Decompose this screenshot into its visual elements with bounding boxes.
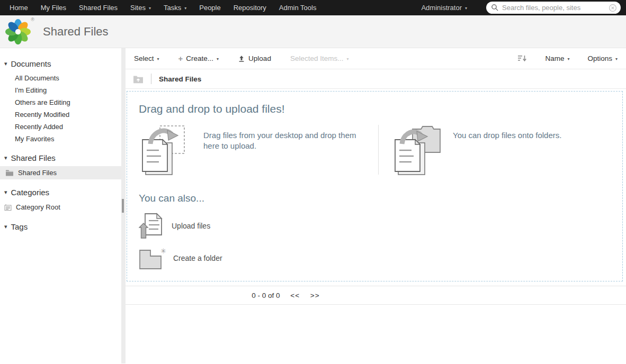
nav-item-home[interactable]: Home [3,0,34,15]
document-toolbar: Select ▾ + Create... ▾ Upload Selected I… [126,48,626,69]
select-button[interactable]: Select ▾ [134,54,159,62]
nav-label: Tasks [164,4,181,12]
breadcrumb-divider [151,74,151,84]
button-label: Options [587,54,612,62]
nav-item-shared-files[interactable]: Shared Files [73,0,124,15]
sidebar-item-shared-files-root[interactable]: Shared Files [0,166,121,179]
sidebar-section-tags: ▾ Tags [0,222,121,235]
triangle-down-icon: ▾ [4,223,7,230]
drag-drop-target-illustration [139,123,187,177]
category-icon [4,204,12,211]
sort-direction-button[interactable] [518,55,527,62]
sidebar-header-categories[interactable]: ▾ Categories [0,188,121,201]
selected-items-button[interactable]: Selected Items... ▾ [290,54,349,62]
nav-item-admin-tools[interactable]: Admin Tools [273,0,323,15]
nav-label: Sites [130,4,146,12]
nav-label: Shared Files [79,4,118,12]
sidebar-header-tags[interactable]: ▾ Tags [0,222,121,235]
sort-icon [518,55,527,62]
triangle-down-icon: ▾ [4,154,7,161]
nav-label: People [199,4,220,12]
you-can-also-title: You can also... [139,193,617,204]
resizer-grip-icon [122,199,124,213]
upload-file-icon [139,212,164,240]
alfresco-logo[interactable]: ® [5,18,34,46]
caret-down-icon: ▾ [184,6,186,11]
section-title: Documents [11,59,51,68]
nav-right-group: Administrator ▾ [414,2,621,14]
folder-icon [5,169,14,176]
button-label: Selected Items... [290,54,344,62]
main-panel: Select ▾ + Create... ▾ Upload Selected I… [126,48,626,363]
upload-icon [238,55,245,62]
button-label: Select [134,54,154,62]
upload-button[interactable]: Upload [238,54,271,62]
sidebar-header-shared-files[interactable]: ▾ Shared Files [0,153,121,166]
button-label: Upload [248,54,271,62]
caret-down-icon: ▾ [465,6,467,11]
sidebar-section-documents: ▾ Documents All Documents I'm Editing Ot… [0,59,121,145]
caret-down-icon: ▾ [217,57,219,61]
caret-down-icon: ▾ [615,57,618,61]
caret-down-icon: ▾ [157,57,159,61]
nav-label: Home [10,4,28,12]
nav-item-sites[interactable]: Sites▾ [124,0,157,15]
sidebar-section-categories: ▾ Categories Category Root [0,188,121,214]
section-title: Shared Files [11,153,56,162]
toolbar-right-group: Name ▾ Options ▾ [518,54,618,62]
nav-item-tasks[interactable]: Tasks▾ [157,0,193,15]
sidebar: ▾ Documents All Documents I'm Editing Ot… [0,48,121,363]
pagination-next-button[interactable]: >> [310,292,320,299]
registered-mark: ® [31,17,34,22]
create-folder-link[interactable]: ✳ Create a folder [139,243,222,274]
create-folder-label: Create a folder [173,254,222,262]
upload-files-link[interactable]: Upload files [139,208,210,243]
triangle-down-icon: ▾ [4,60,7,67]
create-folder-icon: ✳ [139,246,165,270]
nav-label: Admin Tools [279,4,317,12]
nav-item-my-files[interactable]: My Files [34,0,73,15]
nav-item-repository[interactable]: Repository [227,0,273,15]
drop-here-text: Drag files from your desktop and drop th… [203,123,357,177]
options-button[interactable]: Options ▾ [587,54,618,62]
page-header: ® Shared Files [0,15,626,48]
pagination-bar: 0 - 0 of 0 << >> [126,286,626,305]
sidebar-item-recently-added[interactable]: Recently Added [0,121,121,133]
breadcrumb: Shared Files [126,69,626,89]
section-title: Tags [11,222,28,231]
sidebar-item-all-documents[interactable]: All Documents [0,72,121,84]
create-button[interactable]: + Create... ▾ [178,54,219,63]
plus-icon: + [178,54,183,63]
user-menu[interactable]: Administrator ▾ [414,4,475,12]
sidebar-item-category-root[interactable]: Category Root [0,201,121,214]
button-label: Create... [186,54,213,62]
sidebar-item-others-are-editing[interactable]: Others are Editing [0,96,121,108]
drag-drop-zone[interactable]: Drag and drop to upload files! [127,91,623,281]
pagination-prev-button[interactable]: << [290,292,300,299]
sparkle-icon: ✳ [160,247,166,255]
sidebar-item-recently-modified[interactable]: Recently Modified [0,108,121,121]
empty-area [126,305,626,363]
top-navigation-bar: Home My Files Shared Files Sites▾ Tasks▾… [0,0,626,15]
breadcrumb-current: Shared Files [159,75,201,83]
sidebar-item-my-favorites[interactable]: My Favorites [0,133,121,145]
clear-search-icon[interactable] [609,4,617,12]
search-icon [491,4,499,12]
section-title: Categories [11,188,50,197]
nav-label: My Files [41,4,66,12]
tree-node-label: Shared Files [18,169,57,177]
sidebar-item-im-editing[interactable]: I'm Editing [0,84,121,96]
page-title: Shared Files [43,25,109,39]
nav-item-people[interactable]: People [193,0,227,15]
nav-label: Repository [234,4,266,12]
folder-up-icon[interactable] [133,75,144,84]
sort-field-button[interactable]: Name ▾ [545,54,569,62]
sidebar-header-documents[interactable]: ▾ Documents [0,59,121,72]
dropzone-title: Drag and drop to upload files! [139,103,617,115]
sidebar-section-shared-files: ▾ Shared Files Shared Files [0,153,121,179]
search-input[interactable] [502,4,609,12]
upload-files-label: Upload files [172,222,210,230]
drop-onto-folder-illustration [391,123,444,177]
sidebar-resizer[interactable] [121,48,126,363]
tree-node-label: Category Root [16,203,60,211]
